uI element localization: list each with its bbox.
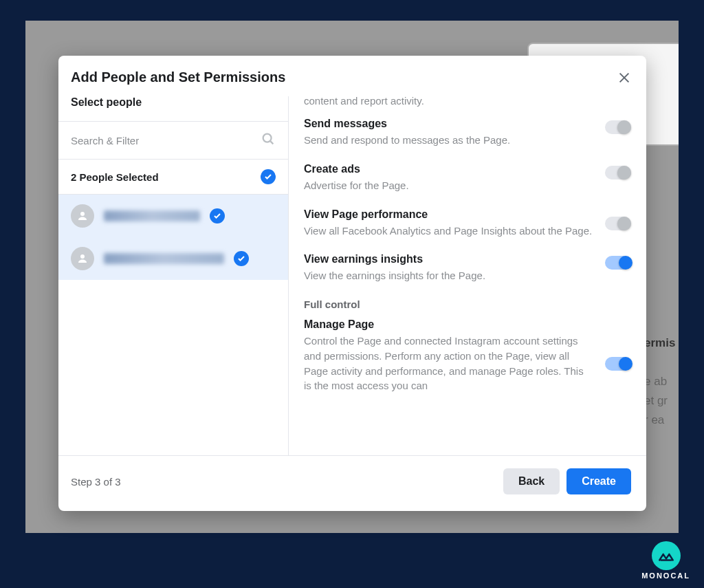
- search-input[interactable]: Search & Filter: [58, 121, 288, 160]
- modal-title: Add People and Set Permissions: [71, 69, 285, 85]
- toggle-create-ads[interactable]: [605, 166, 631, 179]
- selected-count-label: 2 People Selected: [71, 171, 159, 183]
- permission-send-messages: Send messages Send and respond to messag…: [304, 118, 631, 148]
- toggle-send-messages[interactable]: [605, 120, 631, 134]
- svg-point-2: [80, 212, 85, 216]
- close-icon[interactable]: [617, 71, 631, 85]
- brand-watermark: MONOCAL: [641, 541, 690, 580]
- search-icon: [261, 131, 276, 149]
- full-control-label: Full control: [304, 298, 631, 310]
- select-people-label: Select people: [58, 96, 288, 121]
- svg-point-0: [263, 134, 272, 142]
- permission-earnings-insights: View earnings insights View the earnings…: [304, 253, 631, 283]
- truncated-text: content and report activity.: [304, 96, 631, 107]
- person-name-redacted: [104, 210, 200, 221]
- svg-line-1: [270, 141, 273, 144]
- permission-desc: View the earnings insights for the Page.: [304, 268, 593, 283]
- search-placeholder: Search & Filter: [71, 135, 139, 146]
- back-button[interactable]: Back: [503, 468, 560, 494]
- check-icon: [210, 208, 225, 224]
- people-panel: Select people Search & Filter 2 People S…: [58, 96, 289, 455]
- toggle-view-performance[interactable]: [605, 217, 631, 230]
- permission-title: View Page performance: [304, 208, 593, 221]
- person-name-redacted: [104, 253, 224, 264]
- list-item[interactable]: [58, 237, 288, 280]
- permission-desc: Advertise for the Page.: [304, 178, 593, 193]
- permissions-modal: Add People and Set Permissions Select pe…: [58, 56, 646, 511]
- toggle-earnings-insights[interactable]: [605, 256, 631, 270]
- permission-title: View earnings insights: [304, 253, 593, 265]
- permission-title: Create ads: [304, 163, 593, 175]
- brand-logo-icon: [652, 541, 681, 570]
- permission-desc: View all Facebook Analytics and Page Ins…: [304, 224, 593, 239]
- toggle-manage-page[interactable]: [605, 357, 631, 371]
- list-item[interactable]: [58, 195, 288, 237]
- check-icon: [261, 169, 276, 184]
- create-button[interactable]: Create: [566, 468, 631, 494]
- brand-name: MONOCAL: [641, 571, 690, 580]
- step-indicator: Step 3 of 3: [71, 476, 121, 488]
- svg-point-3: [80, 254, 85, 259]
- check-icon: [234, 251, 249, 266]
- permission-manage-page: Manage Page Control the Page and connect…: [304, 318, 631, 393]
- permission-view-performance: View Page performance View all Facebook …: [304, 208, 631, 239]
- permission-create-ads: Create ads Advertise for the Page.: [304, 163, 631, 193]
- permission-desc: Control the Page and connected Instagram…: [304, 334, 593, 393]
- avatar: [71, 247, 94, 270]
- permissions-panel: content and report activity. Send messag…: [289, 96, 646, 455]
- permission-title: Send messages: [304, 118, 593, 130]
- background-text: ermis e ab et gr r ea: [644, 334, 679, 430]
- selected-count-row[interactable]: 2 People Selected: [58, 160, 288, 195]
- permission-title: Manage Page: [304, 318, 593, 331]
- avatar: [71, 204, 94, 228]
- permission-desc: Send and respond to messages as the Page…: [304, 133, 593, 148]
